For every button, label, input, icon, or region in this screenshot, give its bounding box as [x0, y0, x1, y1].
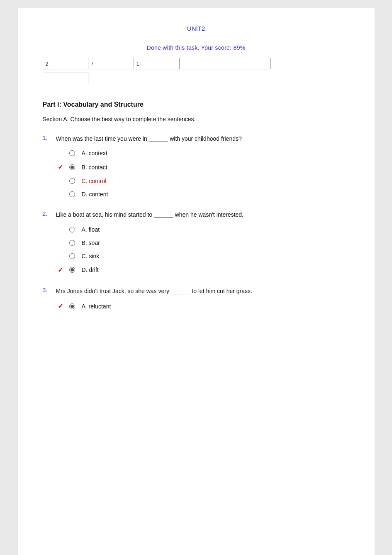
radio-2d[interactable] [69, 267, 75, 273]
tab-row-2 [43, 73, 350, 84]
question-2: 2. Like a boat at sea, his mind started … [43, 210, 350, 274]
radio-1a[interactable] [69, 150, 75, 156]
option-1b[interactable]: ✓ B. contact [58, 163, 350, 171]
check-3a: ✓ [58, 302, 66, 310]
tab-cell-3[interactable]: 1 [134, 58, 180, 69]
question-2-row: 2. Like a boat at sea, his mind started … [43, 210, 350, 219]
tab-cell-6[interactable] [43, 73, 88, 84]
option-label-2b: B. soar [82, 240, 100, 246]
question-1-number: 1. [43, 134, 53, 141]
radio-1d[interactable] [69, 191, 75, 197]
check-2d: ✓ [58, 266, 66, 274]
question-2-options: A. float B. soar C. sink ✓ D. drift [58, 226, 350, 274]
option-label-1c: C. control [82, 178, 107, 184]
radio-3a[interactable] [69, 303, 75, 309]
option-2a[interactable]: A. float [58, 226, 350, 233]
question-2-number: 2. [43, 210, 53, 217]
main-page: UNIT2 Done with this task. Your score: 8… [18, 8, 375, 555]
question-1-text: When was the last time you were in _____… [56, 134, 242, 143]
option-label-2c: C. sink [82, 253, 100, 259]
option-3a[interactable]: ✓ A. reluctant [58, 302, 350, 310]
radio-2b[interactable] [69, 240, 75, 246]
option-label-3a: A. reluctant [82, 303, 111, 310]
unit-title: UNIT2 [43, 25, 350, 32]
question-3-options: ✓ A. reluctant [58, 302, 350, 310]
option-2b[interactable]: B. soar [58, 240, 350, 246]
tab-cell-5[interactable] [225, 58, 271, 69]
check-1b: ✓ [58, 163, 66, 171]
part-heading: Part I: Vocabulary and Structure [43, 101, 350, 108]
option-label-1d: D. content [82, 191, 108, 198]
option-1a[interactable]: A. context [58, 150, 350, 156]
option-1c[interactable]: C. control [58, 178, 350, 184]
option-label-2a: A. float [82, 226, 100, 233]
question-1: 1. When was the last time you were in __… [43, 134, 350, 198]
option-label-2d: D. drift [82, 266, 99, 273]
tab-cell-2[interactable]: 7 [88, 58, 134, 69]
option-label-1a: A. context [82, 150, 107, 156]
tab-row-1: 2 7 1 [43, 58, 350, 69]
radio-1c[interactable] [69, 178, 75, 184]
tab-cell-1[interactable]: 2 [43, 58, 88, 69]
radio-1b[interactable] [69, 164, 75, 170]
question-1-options: A. context ✓ B. contact C. control D. co… [58, 150, 350, 198]
section-instruction: Section A: Choose the best way to comple… [43, 116, 350, 122]
option-label-1b: B. contact [82, 164, 107, 171]
tab-cell-4[interactable] [180, 58, 225, 69]
radio-2c[interactable] [69, 253, 75, 259]
question-3-number: 3. [43, 287, 53, 293]
option-2d[interactable]: ✓ D. drift [58, 266, 350, 274]
radio-2a[interactable] [69, 227, 75, 232]
question-3: 3. Mrs Jones didn't trust Jack, so she w… [43, 286, 350, 310]
option-2c[interactable]: C. sink [58, 253, 350, 259]
score-line: Done with this task. Your score: 89% [43, 44, 350, 51]
option-1d[interactable]: D. content [58, 191, 350, 198]
question-1-row: 1. When was the last time you were in __… [43, 134, 350, 143]
question-3-text: Mrs Jones didn't trust Jack, so she was … [56, 286, 252, 296]
question-3-row: 3. Mrs Jones didn't trust Jack, so she w… [43, 286, 350, 296]
question-2-text: Like a boat at sea, his mind started to … [56, 210, 244, 219]
